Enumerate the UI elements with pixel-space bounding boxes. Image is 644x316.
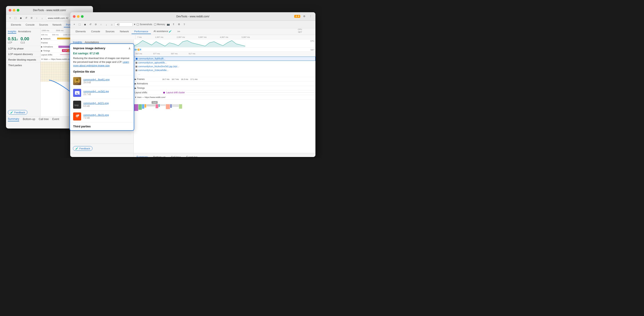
maximize-button[interactable]: [17, 9, 20, 11]
feedback-button[interactable]: 🧪 Feedback: [8, 110, 28, 115]
popup-close-button[interactable]: ∧: [128, 46, 131, 50]
win2-maximize-button[interactable]: [81, 15, 84, 18]
clear-icon[interactable]: ⊘: [29, 16, 34, 20]
win2-minimize-button[interactable]: [77, 15, 80, 18]
win2-memory-checkbox[interactable]: [154, 23, 156, 26]
win2-reload-icon[interactable]: ↺: [88, 22, 92, 27]
resource-item-more[interactable]: ...: [134, 72, 316, 76]
win1-url-bar[interactable]: www.reddit.com #2: [46, 16, 71, 20]
win2-screenshots-checkbox[interactable]: [137, 23, 139, 26]
win1-insight-tabs: Insights Annotations: [6, 30, 40, 34]
win2-bottom-eventlog[interactable]: Event log: [186, 156, 197, 157]
win2-bottom-tabs: Summary Bottom-up Call tree Event log: [70, 153, 316, 157]
win2-bottom-summary[interactable]: Summary: [136, 155, 148, 157]
win2-arrow-up-icon[interactable]: ⇑: [172, 22, 176, 27]
popup-file-size-2: 23.7 kB: [83, 93, 91, 95]
reload-icon[interactable]: ↺: [24, 16, 28, 20]
win2-ruler: 7 ms 1,997 ms 2,997 ms 3,997 ms 4,997 ms…: [70, 35, 316, 39]
popup-third-parties: Third parties: [70, 122, 134, 130]
popup-file-link-1[interactable]: communityI...8oq61.png: [83, 78, 110, 81]
popup-file-1: communityI...8oq61.png 29.8 kB: [70, 75, 134, 87]
tab-elements[interactable]: Elements: [9, 22, 24, 27]
win2-traffic-lights: [73, 15, 84, 18]
popup-card: Improve image delivery ∧ Est savings: 67…: [70, 43, 134, 131]
win2-cursor-icon[interactable]: ⌖: [72, 22, 76, 27]
popup-title: Improve image delivery: [73, 46, 106, 50]
win2-gear-icon[interactable]: ⚙: [177, 22, 181, 27]
win1-sidebar: Insights Annotations 0.51s LCP 0.00 CLS …: [6, 28, 40, 116]
popup-description: Reducing the download time of images can…: [70, 56, 134, 69]
win2-record-icon[interactable]: ⏺: [83, 22, 87, 27]
popup-header: Improve image delivery ∧: [70, 44, 134, 52]
insight-third-parties[interactable]: Third parties: [6, 62, 40, 68]
svg-rect-12: [77, 115, 77, 116]
win2-clear-icon[interactable]: ⊘: [94, 22, 98, 27]
bottom-tab-bottomup[interactable]: Bottom-up: [23, 118, 35, 121]
win2-upload-icon[interactable]: ↑: [99, 22, 103, 27]
win2-track-animations: ▶ Animations: [134, 81, 316, 86]
tab-console[interactable]: Console: [24, 22, 37, 27]
upload-icon[interactable]: ↑: [34, 16, 39, 20]
win2-bottom-calltree[interactable]: Call tree: [171, 156, 181, 157]
popup-file-link-3[interactable]: communityI...bj221.png: [83, 102, 109, 104]
win1-feedback: 🧪 Feedback: [6, 108, 40, 116]
download-icon[interactable]: ↓: [40, 16, 44, 20]
lcp-label: LCP: [8, 41, 18, 44]
popup-thumb-1: [73, 77, 81, 85]
win2-tab-console[interactable]: Console: [88, 29, 103, 34]
win2-feedback-button[interactable]: 🧪 Feedback: [73, 146, 92, 151]
win2-main-content: Task: [134, 100, 316, 118]
tab-network[interactable]: Network: [50, 22, 64, 27]
bottom-tab-event[interactable]: Event: [52, 118, 59, 121]
win2-inspector-icon[interactable]: ⬚: [77, 22, 82, 27]
bottom-tab-calltree[interactable]: Call tree: [39, 118, 49, 121]
resource-item-4[interactable]: communityIcon_2cbkzwfs6kr...: [134, 68, 316, 72]
cursor-icon[interactable]: ⌖: [8, 16, 12, 20]
win2-url-bar[interactable]: #2: [115, 22, 133, 26]
resource-item-3[interactable]: communityIcon_hlczkoi3mr3d1.jpg (styl...: [134, 65, 316, 68]
popup-file-link-2[interactable]: communityI...mr3d1.jpg: [83, 90, 109, 93]
win2-tab-ai[interactable]: AI assistance 🧪: [151, 29, 174, 34]
resource-item-2[interactable]: communityIcon_qqtvyeb0b...: [134, 61, 316, 65]
win2-tab-more[interactable]: >>: [174, 29, 183, 34]
win2-cpu-chart: CPU NET: [134, 39, 316, 52]
win2-toolbar: ⌖ ⬚ ⏺ ↺ ⊘ ↑ ↓ ⌂ #2 ▼ Screenshots Memory …: [70, 21, 316, 28]
insight-lcp-phase[interactable]: LCP by phase: [6, 46, 40, 51]
win2-track-timings: ▶ Timings: [134, 86, 316, 90]
svg-point-3: [76, 92, 77, 93]
win2-settings-icon[interactable]: ⚙: [302, 14, 306, 19]
resource-item-1[interactable]: communityIcon_9yj66cjf8...: [134, 56, 316, 61]
popup-file-size-1: 29.8 kB: [83, 81, 91, 84]
inspector-icon[interactable]: ⬚: [13, 16, 18, 20]
win2-title: DevTools - www.reddit.com/: [176, 15, 209, 18]
win1-tab-annotations[interactable]: Annotations: [18, 30, 31, 34]
close-button[interactable]: [9, 9, 11, 11]
popup-learn-more-link[interactable]: Learn more about optimizing image size: [73, 60, 129, 67]
win2-nav: Elements Console Sources Network Perform…: [70, 28, 316, 35]
svg-point-11: [78, 114, 79, 116]
insight-lcp-discovery[interactable]: LCP request discovery: [6, 51, 40, 57]
win2-tab-sources[interactable]: Sources: [103, 29, 117, 34]
record-icon[interactable]: ⏺: [18, 16, 23, 20]
win2-tab-performance[interactable]: Performance: [132, 29, 151, 34]
popup-thumb-3: loop: [73, 101, 81, 109]
win2-tab-network[interactable]: Network: [117, 29, 132, 34]
bottom-tab-summary[interactable]: Summary: [8, 117, 19, 121]
win2-bottom-bottomup[interactable]: Bottom-up: [153, 156, 166, 157]
tab-sources[interactable]: Sources: [37, 22, 50, 27]
win2-screenshots-label: Screenshots: [140, 23, 152, 26]
insight-render-blocking[interactable]: Render blocking requests: [6, 57, 40, 62]
win2-camera-icon[interactable]: 📷: [166, 22, 170, 27]
win2-more-icon[interactable]: ⋮: [308, 14, 313, 19]
minimize-button[interactable]: [13, 9, 16, 11]
win2-home-icon[interactable]: ⌂: [110, 22, 114, 27]
win1-tab-insights[interactable]: Insights: [8, 30, 16, 34]
win2-download-icon[interactable]: ↓: [104, 22, 108, 27]
popup-file-link-4[interactable]: communityI...6kr21.png: [83, 114, 109, 116]
win2-tab-elements[interactable]: Elements: [73, 29, 88, 34]
win2-track-main: ▼ Main — https://www.reddit.com/: [134, 95, 316, 100]
win2-track-layout-shifts: Layout shifts Layout shift cluster: [134, 90, 316, 95]
win2-close-button[interactable]: [73, 15, 76, 18]
popup-savings: Est savings: 67.2 kB: [70, 52, 134, 56]
win2-question-icon[interactable]: ?: [182, 22, 186, 27]
